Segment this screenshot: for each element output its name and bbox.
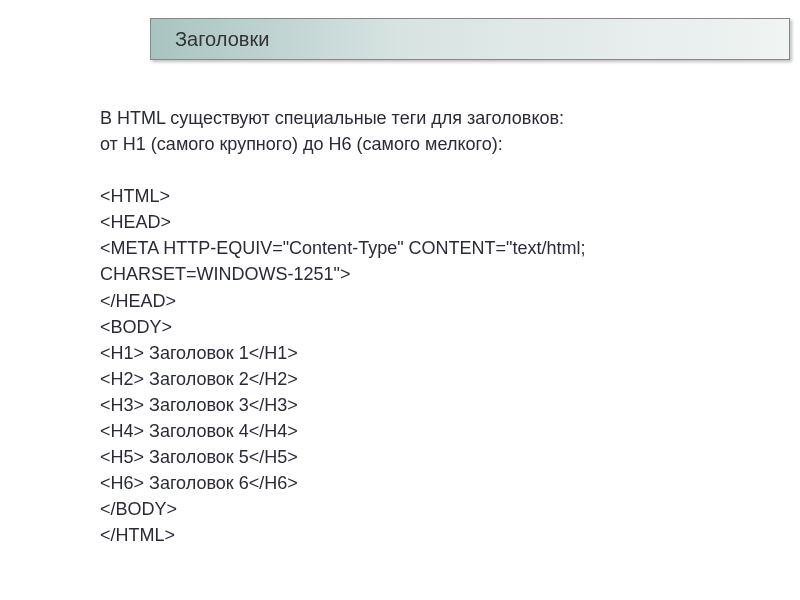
code-line: <META HTTP-EQUIV="Content-Type" CONTENT=… [100, 235, 760, 261]
code-line: </HEAD> [100, 288, 760, 314]
intro-text: В HTML существуют специальные теги для з… [100, 105, 760, 157]
intro-line-1: В HTML существуют специальные теги для з… [100, 105, 760, 131]
code-line: <H1> Заголовок 1</H1> [100, 340, 760, 366]
code-line: <BODY> [100, 314, 760, 340]
code-line: <H3> Заголовок 3</H3> [100, 392, 760, 418]
code-line: <HTML> [100, 183, 760, 209]
code-line: <H2> Заголовок 2</H2> [100, 366, 760, 392]
code-line: <HEAD> [100, 209, 760, 235]
slide-title: Заголовки [175, 28, 269, 51]
slide-title-bar: Заголовки [150, 18, 790, 60]
slide-content: В HTML существуют специальные теги для з… [100, 105, 760, 549]
code-line: CHARSET=WINDOWS-1251"> [100, 261, 760, 287]
code-line: <H6> Заголовок 6</H6> [100, 470, 760, 496]
code-example: <HTML> <HEAD> <META HTTP-EQUIV="Content-… [100, 183, 760, 548]
code-line: <H5> Заголовок 5</H5> [100, 444, 760, 470]
intro-line-2: от H1 (самого крупного) до H6 (самого ме… [100, 131, 760, 157]
code-line: <H4> Заголовок 4</H4> [100, 418, 760, 444]
code-line: </BODY> [100, 496, 760, 522]
code-line: </HTML> [100, 522, 760, 548]
